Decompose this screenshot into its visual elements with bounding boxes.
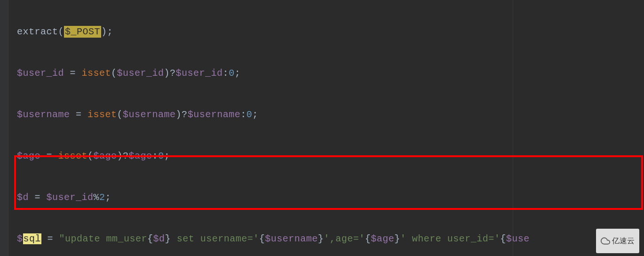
keyword: isset [58, 151, 88, 161]
watermark: 亿速云 [596, 229, 639, 253]
variable: $user_id [176, 68, 223, 79]
variable: $username [188, 109, 241, 120]
variable: $d [17, 192, 29, 203]
op: % [94, 192, 100, 203]
string: ',age=' [324, 233, 365, 244]
close-semi: ); [101, 26, 113, 37]
code-line: $username = isset($username)?$username:0… [17, 104, 533, 125]
variable: $username [123, 109, 176, 120]
semi: ; [235, 68, 241, 79]
brace: { [365, 233, 371, 244]
var-prefix: $ [17, 233, 23, 244]
variable: $age [94, 151, 117, 161]
brace: { [147, 233, 153, 244]
paren: ( [117, 109, 123, 120]
op: = [70, 109, 88, 120]
number: 0 [229, 68, 235, 79]
paren: )? [117, 151, 129, 161]
variable: $use [506, 233, 530, 244]
string: ' where user_id=' [400, 233, 501, 244]
semi: ; [252, 109, 258, 120]
brace: } [318, 233, 324, 244]
brace: } [165, 233, 171, 244]
variable: $age [371, 233, 394, 244]
op: = [29, 192, 47, 203]
variable: $username [265, 233, 318, 244]
paren: )? [176, 109, 188, 120]
code-line: extract($_POST); [17, 22, 533, 42]
number: 0 [158, 151, 164, 161]
paren: ( [58, 26, 64, 37]
brace: { [259, 233, 265, 244]
number: 0 [246, 109, 253, 120]
keyword: isset [82, 68, 111, 79]
code-line: $sql = "update mm_user{$d} set username=… [17, 229, 533, 249]
variable: $user_id [17, 68, 64, 79]
cloud-icon [601, 236, 610, 246]
string: set username=' [171, 233, 259, 244]
semi: ; [105, 192, 111, 203]
variable: $user_id [47, 192, 94, 203]
var-highlighted: sql [23, 233, 42, 244]
op: = [41, 233, 59, 244]
brace: { [500, 233, 506, 244]
paren: )? [164, 68, 176, 79]
colon: : [223, 68, 229, 79]
paren: ( [111, 68, 117, 79]
number: 2 [99, 192, 105, 203]
code-editor[interactable]: extract($_POST); $user_id = isset($user_… [8, 0, 533, 256]
var-highlighted: $_POST [64, 26, 101, 38]
code-line: $d = $user_id%2; [17, 187, 533, 208]
watermark-text: 亿速云 [612, 231, 635, 251]
colon: : [240, 109, 246, 120]
variable: $username [17, 109, 70, 120]
code-line: $age = isset($age)?$age:0; [17, 146, 533, 167]
paren: ( [87, 151, 94, 161]
op: = [40, 151, 58, 161]
colon: : [152, 151, 159, 161]
code-line: $user_id = isset($user_id)?$user_id:0; [17, 63, 533, 84]
variable: $age [129, 151, 152, 161]
variable: $user_id [117, 68, 164, 79]
variable: $d [153, 233, 165, 244]
string: "update mm_user [59, 233, 148, 244]
variable: $age [17, 151, 40, 161]
func-call: extract [17, 26, 58, 37]
semi: ; [164, 151, 170, 161]
brace: } [394, 233, 400, 244]
op: = [64, 68, 82, 79]
keyword: isset [87, 109, 117, 120]
editor-gutter [0, 0, 8, 256]
